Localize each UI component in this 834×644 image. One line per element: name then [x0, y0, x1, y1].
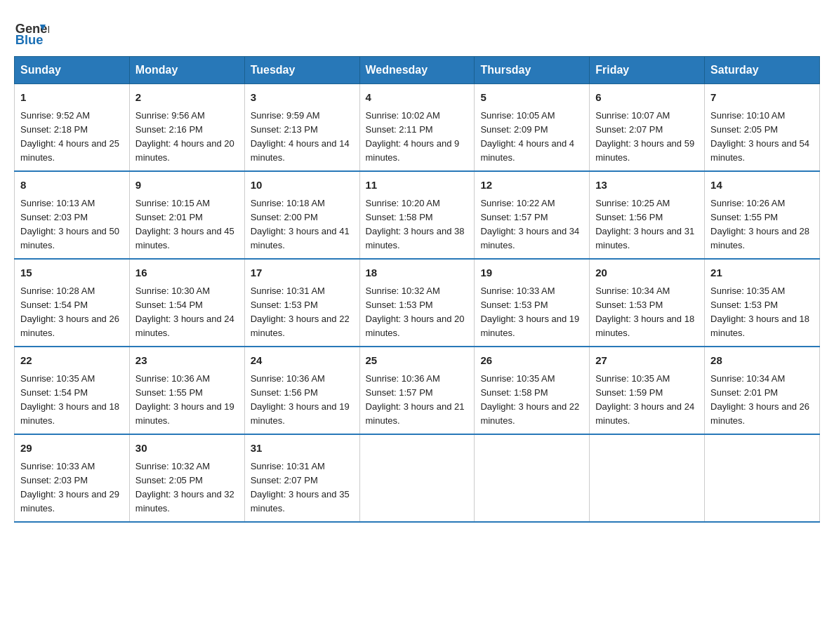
day-info: Sunrise: 9:56 AMSunset: 2:16 PMDaylight:…: [135, 109, 239, 166]
day-number: 13: [595, 177, 699, 194]
calendar-cell: 3Sunrise: 9:59 AMSunset: 2:13 PMDaylight…: [244, 84, 359, 172]
day-number: 9: [135, 177, 239, 194]
day-number: 22: [20, 353, 124, 369]
day-info: Sunrise: 10:18 AMSunset: 2:00 PMDaylight…: [251, 196, 354, 253]
day-info: Sunrise: 10:31 AMSunset: 2:07 PMDaylight…: [251, 459, 354, 516]
day-number: 6: [595, 90, 699, 106]
day-info: Sunrise: 10:33 AMSunset: 2:03 PMDaylight…: [20, 459, 124, 516]
day-number: 15: [20, 265, 124, 281]
day-number: 10: [251, 177, 354, 194]
calendar-cell: 13Sunrise: 10:25 AMSunset: 1:56 PMDaylig…: [590, 171, 705, 259]
calendar-cell: 15Sunrise: 10:28 AMSunset: 1:54 PMDaylig…: [15, 259, 130, 347]
day-info: Sunrise: 9:59 AMSunset: 2:13 PMDaylight:…: [251, 109, 354, 166]
calendar-cell: 17Sunrise: 10:31 AMSunset: 1:53 PMDaylig…: [244, 259, 359, 347]
day-info: Sunrise: 10:35 AMSunset: 1:53 PMDaylight…: [710, 284, 814, 341]
logo-icon: General Blue: [14, 14, 49, 49]
calendar-cell: 5Sunrise: 10:05 AMSunset: 2:09 PMDayligh…: [475, 84, 590, 172]
calendar-cell: 8Sunrise: 10:13 AMSunset: 2:03 PMDayligh…: [15, 171, 130, 259]
day-number: 8: [20, 177, 124, 194]
calendar-cell: 4Sunrise: 10:02 AMSunset: 2:11 PMDayligh…: [359, 84, 475, 172]
calendar-cell: 31Sunrise: 10:31 AMSunset: 2:07 PMDaylig…: [244, 434, 359, 522]
week-row-3: 15Sunrise: 10:28 AMSunset: 1:54 PMDaylig…: [15, 259, 820, 347]
calendar-cell: 21Sunrise: 10:35 AMSunset: 1:53 PMDaylig…: [705, 259, 820, 347]
day-header-sunday: Sunday: [15, 57, 130, 84]
day-info: Sunrise: 10:13 AMSunset: 2:03 PMDaylight…: [20, 196, 124, 253]
calendar-cell: 18Sunrise: 10:32 AMSunset: 1:53 PMDaylig…: [359, 259, 475, 347]
svg-text:Blue: Blue: [15, 32, 44, 47]
day-info: Sunrise: 10:36 AMSunset: 1:57 PMDaylight…: [366, 372, 469, 429]
calendar-cell: 10Sunrise: 10:18 AMSunset: 2:00 PMDaylig…: [244, 171, 359, 259]
calendar-cell: 26Sunrise: 10:35 AMSunset: 1:58 PMDaylig…: [475, 347, 590, 434]
day-info: Sunrise: 10:30 AMSunset: 1:54 PMDaylight…: [135, 284, 239, 341]
day-info: Sunrise: 10:35 AMSunset: 1:54 PMDaylight…: [20, 372, 124, 429]
page-header: General Blue: [14, 14, 820, 49]
day-number: 2: [135, 90, 239, 106]
calendar-table: SundayMondayTuesdayWednesdayThursdayFrid…: [14, 56, 820, 523]
day-header-wednesday: Wednesday: [359, 57, 475, 84]
day-number: 3: [251, 90, 354, 106]
day-info: Sunrise: 10:07 AMSunset: 2:07 PMDaylight…: [595, 109, 699, 166]
day-header-thursday: Thursday: [475, 57, 590, 84]
day-number: 24: [251, 353, 354, 369]
day-info: Sunrise: 10:34 AMSunset: 2:01 PMDaylight…: [710, 372, 814, 429]
calendar-cell: 19Sunrise: 10:33 AMSunset: 1:53 PMDaylig…: [475, 259, 590, 347]
day-info: Sunrise: 10:25 AMSunset: 1:56 PMDaylight…: [595, 196, 699, 253]
week-row-5: 29Sunrise: 10:33 AMSunset: 2:03 PMDaylig…: [15, 434, 820, 522]
day-number: 30: [135, 441, 239, 457]
day-number: 1: [20, 90, 124, 106]
calendar-cell: 27Sunrise: 10:35 AMSunset: 1:59 PMDaylig…: [590, 347, 705, 434]
calendar-cell: 11Sunrise: 10:20 AMSunset: 1:58 PMDaylig…: [359, 171, 475, 259]
day-number: 25: [366, 353, 469, 369]
day-number: 14: [710, 177, 814, 194]
calendar-cell: 30Sunrise: 10:32 AMSunset: 2:05 PMDaylig…: [129, 434, 244, 522]
day-info: Sunrise: 9:52 AMSunset: 2:18 PMDaylight:…: [20, 109, 124, 166]
day-info: Sunrise: 10:34 AMSunset: 1:53 PMDaylight…: [595, 284, 699, 341]
day-header-saturday: Saturday: [705, 57, 820, 84]
day-info: Sunrise: 10:26 AMSunset: 1:55 PMDaylight…: [710, 196, 814, 253]
calendar-cell: 1Sunrise: 9:52 AMSunset: 2:18 PMDaylight…: [15, 84, 130, 172]
calendar-cell: 14Sunrise: 10:26 AMSunset: 1:55 PMDaylig…: [705, 171, 820, 259]
calendar-cell: 23Sunrise: 10:36 AMSunset: 1:55 PMDaylig…: [129, 347, 244, 434]
day-info: Sunrise: 10:35 AMSunset: 1:59 PMDaylight…: [595, 372, 699, 429]
day-info: Sunrise: 10:32 AMSunset: 2:05 PMDaylight…: [135, 459, 239, 516]
week-row-1: 1Sunrise: 9:52 AMSunset: 2:18 PMDaylight…: [15, 84, 820, 172]
calendar-cell: 29Sunrise: 10:33 AMSunset: 2:03 PMDaylig…: [15, 434, 130, 522]
day-number: 16: [135, 265, 239, 281]
calendar-cell: 12Sunrise: 10:22 AMSunset: 1:57 PMDaylig…: [475, 171, 590, 259]
day-info: Sunrise: 10:20 AMSunset: 1:58 PMDaylight…: [366, 196, 469, 253]
calendar-cell: 20Sunrise: 10:34 AMSunset: 1:53 PMDaylig…: [590, 259, 705, 347]
calendar-cell: 25Sunrise: 10:36 AMSunset: 1:57 PMDaylig…: [359, 347, 475, 434]
day-info: Sunrise: 10:22 AMSunset: 1:57 PMDaylight…: [480, 196, 583, 253]
day-info: Sunrise: 10:36 AMSunset: 1:55 PMDaylight…: [135, 372, 239, 429]
calendar-cell: 16Sunrise: 10:30 AMSunset: 1:54 PMDaylig…: [129, 259, 244, 347]
day-info: Sunrise: 10:31 AMSunset: 1:53 PMDaylight…: [251, 284, 354, 341]
calendar-cell: 7Sunrise: 10:10 AMSunset: 2:05 PMDayligh…: [705, 84, 820, 172]
calendar-cell: [475, 434, 590, 522]
day-header-monday: Monday: [129, 57, 244, 84]
calendar-cell: [705, 434, 820, 522]
week-row-4: 22Sunrise: 10:35 AMSunset: 1:54 PMDaylig…: [15, 347, 820, 434]
day-header-tuesday: Tuesday: [244, 57, 359, 84]
calendar-cell: 28Sunrise: 10:34 AMSunset: 2:01 PMDaylig…: [705, 347, 820, 434]
day-number: 20: [595, 265, 699, 281]
day-info: Sunrise: 10:36 AMSunset: 1:56 PMDaylight…: [251, 372, 354, 429]
day-info: Sunrise: 10:15 AMSunset: 2:01 PMDaylight…: [135, 196, 239, 253]
day-number: 28: [710, 353, 814, 369]
calendar-cell: 22Sunrise: 10:35 AMSunset: 1:54 PMDaylig…: [15, 347, 130, 434]
day-number: 18: [366, 265, 469, 281]
day-number: 12: [480, 177, 583, 194]
day-number: 7: [710, 90, 814, 106]
day-info: Sunrise: 10:33 AMSunset: 1:53 PMDaylight…: [480, 284, 583, 341]
day-info: Sunrise: 10:05 AMSunset: 2:09 PMDaylight…: [480, 109, 583, 166]
week-row-2: 8Sunrise: 10:13 AMSunset: 2:03 PMDayligh…: [15, 171, 820, 259]
days-header-row: SundayMondayTuesdayWednesdayThursdayFrid…: [15, 57, 820, 84]
day-number: 5: [480, 90, 583, 106]
day-number: 29: [20, 441, 124, 457]
calendar-cell: [359, 434, 475, 522]
calendar-cell: 24Sunrise: 10:36 AMSunset: 1:56 PMDaylig…: [244, 347, 359, 434]
day-number: 19: [480, 265, 583, 281]
day-info: Sunrise: 10:28 AMSunset: 1:54 PMDaylight…: [20, 284, 124, 341]
day-number: 21: [710, 265, 814, 281]
day-number: 23: [135, 353, 239, 369]
day-number: 31: [251, 441, 354, 457]
